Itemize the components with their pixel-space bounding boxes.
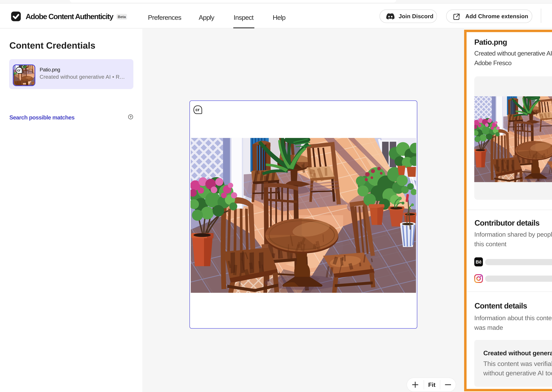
svg-text:cr: cr — [196, 107, 200, 112]
svg-text:?: ? — [130, 115, 132, 119]
svg-text:Bē: Bē — [476, 259, 481, 265]
svg-text:cr: cr — [17, 68, 21, 72]
